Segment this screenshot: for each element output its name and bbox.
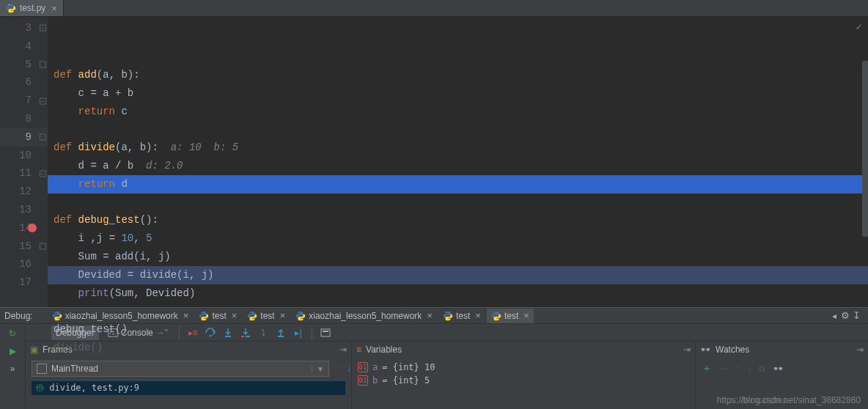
code-line[interactable]: def debug_test(): [48,211,868,229]
code-line[interactable]: print(Sum, Devided) [48,284,868,303]
code-line[interactable] [48,194,868,212]
code-line[interactable]: i ,j = 10, 5 [48,229,868,248]
line-number[interactable]: 8 [0,110,48,128]
inspection-ok-icon: ✓ [856,21,862,33]
line-number[interactable]: 16 [0,255,48,273]
line-number[interactable]: 6 [0,73,48,92]
code-line[interactable]: def add(a, b): [48,66,868,84]
copy-watch-icon[interactable]: ⧉ [759,364,765,374]
svg-point-0 [9,4,10,5]
debug-side-toolbar: ↻ ▶ » [0,324,26,409]
rerun-icon[interactable]: ↻ [6,327,19,340]
thread-select[interactable]: MainThread ▼ [32,361,329,377]
line-number[interactable]: 10 [0,147,48,165]
frame-row[interactable]: ⓜ divide, test.py:9 [32,381,345,395]
editor-tabbar: test.py × [0,0,868,17]
fold-icon[interactable] [40,134,46,141]
line-number[interactable]: 3− [0,19,48,37]
code-line[interactable]: debug_test() [48,320,868,339]
debug-label: Debug: [4,311,33,321]
editor-tab[interactable]: test.py × [0,0,64,16]
code-line[interactable]: def divide(a, b): a: 10 b: 5 [48,139,868,157]
code-line[interactable]: c = a + b [48,84,868,103]
code-line[interactable]: return c [48,103,868,121]
close-icon[interactable]: × [51,3,57,14]
show-watches-icon[interactable]: 👓 [773,364,784,374]
completion-hint: divide() [48,339,868,357]
svg-point-1 [12,11,13,12]
code-line[interactable] [48,120,868,139]
code-line[interactable]: Sum = add(i, j) [48,248,868,266]
watch-up-icon[interactable]: ↑ [735,364,740,374]
fold-icon[interactable] [40,61,46,67]
variable-row[interactable]: 01a= {int} 10 [358,361,689,374]
line-number[interactable]: 9 [0,128,48,147]
code-line[interactable]: Devided = divide(i, j) [48,266,868,284]
line-number[interactable]: 12 [0,183,48,201]
line-number[interactable]: 14 [0,219,48,237]
next-frame-icon[interactable]: ↓ [347,364,351,374]
line-number[interactable]: 4 [0,37,48,56]
more-icon[interactable]: » [6,362,19,375]
add-watch-icon[interactable]: ＋ [702,362,712,375]
breakpoint-icon[interactable] [28,224,37,232]
watch-down-icon[interactable]: ↓ [747,364,751,374]
code-line[interactable] [48,302,868,320]
editor-area: 3−4567−891011−121314151617 ✓ def add(a, … [0,17,868,307]
fold-icon[interactable]: − [40,25,46,32]
code-view[interactable]: ✓ def add(a, b): c = a + b return cdef d… [48,17,868,307]
fold-icon[interactable]: − [40,97,46,104]
resume-icon[interactable]: ▶ [6,344,19,358]
line-number[interactable]: 5 [0,56,48,74]
fold-icon[interactable]: − [40,170,46,177]
line-number[interactable]: 15 [0,237,48,256]
gutter[interactable]: 3−4567−891011−121314151617 [0,17,48,307]
watermark: https://blog.csdn.net/sinat_38682860 [717,395,861,405]
variable-row[interactable]: 01b= {int} 5 [358,374,689,387]
scrollbar-thumb[interactable] [862,61,868,237]
remove-watch-icon[interactable]: — [719,364,728,374]
fold-icon[interactable] [40,243,46,249]
python-icon [6,3,16,13]
line-number[interactable]: 7− [0,92,48,110]
chevron-down-icon: ▼ [312,365,324,373]
prev-frame-icon[interactable]: ↑ [339,364,344,374]
editor-tab-label: test.py [20,3,45,13]
line-number[interactable]: 11− [0,164,48,183]
line-number[interactable]: 13 [0,201,48,219]
line-number[interactable]: 17 [0,273,48,292]
code-line[interactable]: return d [48,175,868,194]
code-line[interactable]: d = a / b d: 2.0 [48,157,868,175]
frames-stack-icon: ▣ [30,344,38,355]
